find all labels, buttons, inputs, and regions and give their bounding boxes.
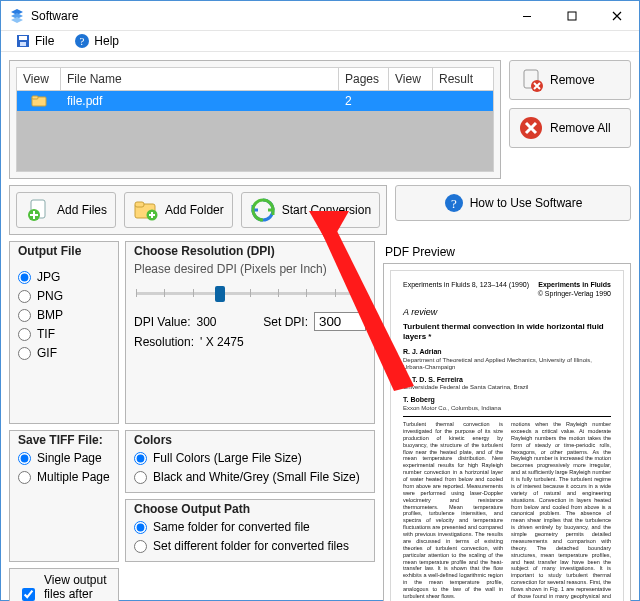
actions-panel: Add Files Add Folder Start Conversion — [9, 185, 387, 235]
svg-rect-15 — [135, 202, 144, 207]
remove-label: Remove — [550, 73, 622, 87]
doc-affil1: Department of Theoretical and Applied Me… — [403, 357, 611, 372]
file-thumb-icon — [31, 93, 47, 109]
file-list-panel: View File Name Pages View Result file.pd… — [9, 60, 501, 179]
pdf-preview-box: Experiments in Fluids 8, 123–144 (1990) … — [383, 263, 631, 601]
add-folder-icon — [133, 197, 159, 223]
radio-different-folder[interactable]: Set different folder for converted files — [134, 539, 366, 553]
col-header-view2[interactable]: View — [389, 68, 433, 90]
remove-all-button[interactable]: Remove All — [509, 108, 631, 148]
start-conversion-icon — [250, 197, 276, 223]
file-list-header: View File Name Pages View Result — [16, 67, 494, 91]
col-header-result[interactable]: Result — [433, 68, 493, 90]
view-after-checkbox[interactable]: View output files after conversion — [18, 573, 110, 601]
doc-journal-left: Experiments in Fluids 8, 123–144 (1990) — [403, 281, 529, 299]
radio-single-page[interactable]: Single Page — [18, 451, 110, 465]
remove-icon — [518, 67, 544, 93]
menu-file-label: File — [35, 34, 54, 48]
colors-legend: Colors — [134, 433, 366, 447]
menu-file[interactable]: File — [11, 31, 58, 51]
dpi-value-label: DPI Value: — [134, 315, 190, 329]
resolution-value: ' X 2475 — [200, 335, 244, 349]
col-header-view[interactable]: View — [17, 68, 61, 90]
doc-author3: T. Boberg — [403, 396, 611, 405]
how-to-label: How to Use Software — [470, 196, 583, 210]
resolution-hint: Please desired DPI (Pixels per Inch) — [134, 262, 366, 276]
radio-same-folder[interactable]: Same folder for converted file — [134, 520, 366, 534]
svg-text:?: ? — [80, 35, 85, 47]
doc-affil2: Universidade Federal de Santa Catarina, … — [403, 384, 611, 392]
add-folder-button[interactable]: Add Folder — [124, 192, 233, 228]
pdf-page: Experiments in Fluids 8, 123–144 (1990) … — [390, 270, 624, 601]
col-header-file-name[interactable]: File Name — [61, 68, 339, 90]
save-tiff-group: Save TIFF File: Single Page Multiple Pag… — [9, 430, 119, 562]
svg-rect-0 — [523, 16, 531, 17]
set-dpi-label: Set DPI: — [263, 315, 308, 329]
menu-help[interactable]: ? Help — [70, 31, 123, 51]
add-files-icon — [25, 197, 51, 223]
doc-journal-right: Experiments in Fluids — [538, 281, 611, 288]
set-dpi-input[interactable] — [314, 312, 366, 331]
menu-help-label: Help — [94, 34, 119, 48]
doc-title: A review — [403, 307, 611, 318]
doc-affil3: Exxon Motor Co., Columbus, Indiana — [403, 405, 611, 413]
resolution-label: Resolution: — [134, 335, 194, 349]
radio-gif[interactable]: GIF — [18, 346, 110, 360]
dpi-value: 300 — [196, 315, 216, 329]
col-header-pages[interactable]: Pages — [339, 68, 389, 90]
info-icon: ? — [444, 193, 464, 213]
add-files-button[interactable]: Add Files — [16, 192, 116, 228]
remove-button[interactable]: Remove — [509, 60, 631, 100]
window-minimize-button[interactable] — [504, 1, 549, 30]
radio-png[interactable]: PNG — [18, 289, 110, 303]
how-to-button[interactable]: ? How to Use Software — [395, 185, 631, 221]
window-title: Software — [31, 9, 78, 23]
resolution-group: Choose Resolution (DPI) Please desired D… — [125, 241, 375, 424]
file-result-cell — [433, 99, 493, 103]
pdf-preview-title: PDF Preview — [385, 245, 631, 259]
radio-multiple-page[interactable]: Multiple Page — [18, 470, 110, 484]
save-icon — [15, 33, 31, 49]
file-pages-cell: 2 — [339, 92, 389, 110]
output-file-legend: Output File — [18, 244, 110, 258]
start-conversion-button[interactable]: Start Conversion — [241, 192, 380, 228]
doc-body: Turbulent thermal convection is investig… — [403, 421, 611, 601]
file-list-body[interactable]: file.pdf 2 — [16, 91, 494, 172]
doc-author1: R. J. Adrian — [403, 348, 611, 357]
doc-pub-right: © Springer-Verlag 1990 — [538, 290, 611, 297]
radio-bmp[interactable]: BMP — [18, 308, 110, 322]
svg-rect-8 — [32, 96, 38, 99]
radio-tif[interactable]: TIF — [18, 327, 110, 341]
window-close-button[interactable] — [594, 1, 639, 30]
window-maximize-button[interactable] — [549, 1, 594, 30]
view-after-group: View output files after conversion — [9, 568, 119, 601]
output-path-group: Choose Output Path Same folder for conve… — [125, 499, 375, 562]
output-file-group: Output File JPG PNG BMP TIF GIF — [9, 241, 119, 424]
remove-all-icon — [518, 115, 544, 141]
resolution-legend: Choose Resolution (DPI) — [134, 244, 366, 258]
output-path-legend: Choose Output Path — [134, 502, 366, 516]
file-list-row[interactable]: file.pdf 2 — [17, 91, 493, 111]
menubar: File ? Help — [1, 31, 639, 52]
colors-group: Colors Full Colors (Large File Size) Bla… — [125, 430, 375, 493]
svg-text:?: ? — [451, 196, 457, 211]
titlebar: Software — [1, 1, 639, 31]
dpi-slider[interactable] — [134, 280, 366, 306]
svg-rect-1 — [568, 12, 576, 20]
radio-bw[interactable]: Black and White/Grey (Small File Size) — [134, 470, 366, 484]
svg-rect-4 — [20, 42, 26, 46]
start-conversion-label: Start Conversion — [282, 203, 371, 217]
dpi-slider-thumb[interactable] — [215, 286, 225, 302]
save-tiff-legend: Save TIFF File: — [18, 433, 110, 447]
app-icon — [9, 8, 25, 24]
remove-all-label: Remove All — [550, 121, 622, 135]
doc-subtitle: Turbulent thermal convection in wide hor… — [403, 322, 611, 342]
doc-author2: R. T. D. S. Ferreira — [403, 376, 611, 385]
file-name-cell: file.pdf — [61, 92, 339, 110]
add-folder-label: Add Folder — [165, 203, 224, 217]
svg-rect-3 — [19, 36, 27, 40]
radio-jpg[interactable]: JPG — [18, 270, 110, 284]
help-icon: ? — [74, 33, 90, 49]
radio-full-colors[interactable]: Full Colors (Large File Size) — [134, 451, 366, 465]
add-files-label: Add Files — [57, 203, 107, 217]
